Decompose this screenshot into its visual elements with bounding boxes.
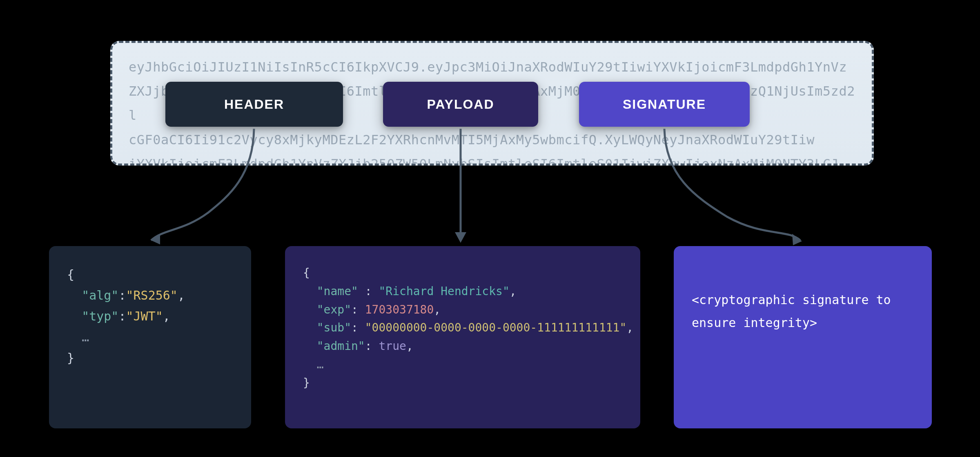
token-line: eyJhbGciOiJIUzI1NiIsInR5cCI6IkpXVCJ9.eyJ… — [129, 59, 847, 75]
svg-marker-1 — [455, 232, 466, 243]
payload-chip: PAYLOAD — [383, 82, 538, 127]
chip-label: SIGNATURE — [623, 97, 706, 112]
svg-marker-2 — [792, 234, 802, 245]
svg-marker-0 — [151, 234, 160, 244]
header-json: { "alg":"RS256", "typ":"JWT", … } — [67, 264, 233, 368]
token-line: iYXVkIjoicmF3LmdpdGh1YnVzZXJjb250ZW50LmN… — [129, 156, 839, 166]
payload-json: { "name" : "Richard Hendricks", "exp": 1… — [303, 264, 622, 392]
signature-panel: <cryptographic signature to ensure integ… — [674, 246, 932, 428]
token-line: cGF0aCI6Ii91c2Vycy8xMjkyMDEzL2F2YXRhcnMv… — [129, 132, 815, 148]
chip-label: HEADER — [224, 97, 284, 112]
signature-chip: SIGNATURE — [579, 82, 750, 127]
header-chip: HEADER — [165, 82, 343, 127]
payload-panel: { "name" : "Richard Hendricks", "exp": 1… — [285, 246, 640, 428]
chip-label: PAYLOAD — [427, 97, 494, 112]
header-panel: { "alg":"RS256", "typ":"JWT", … } — [49, 246, 251, 428]
signature-text: <cryptographic signature to ensure integ… — [692, 289, 914, 334]
